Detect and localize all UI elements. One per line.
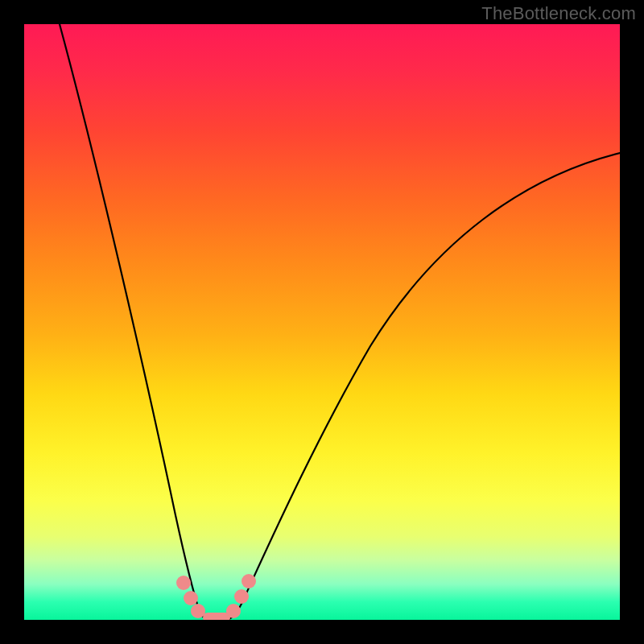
marker-dot bbox=[242, 574, 256, 588]
chart-frame: TheBottleneck.com bbox=[0, 0, 644, 644]
watermark-text: TheBottleneck.com bbox=[481, 3, 636, 24]
marker-dot bbox=[234, 589, 249, 604]
marker-dot bbox=[184, 591, 198, 605]
marker-pill bbox=[203, 613, 230, 620]
marker-group bbox=[176, 574, 256, 620]
marker-dot bbox=[176, 576, 191, 590]
bottleneck-curve bbox=[60, 24, 620, 620]
marker-dot bbox=[226, 604, 241, 618]
plot-area bbox=[24, 24, 620, 620]
curve-layer bbox=[24, 24, 620, 620]
